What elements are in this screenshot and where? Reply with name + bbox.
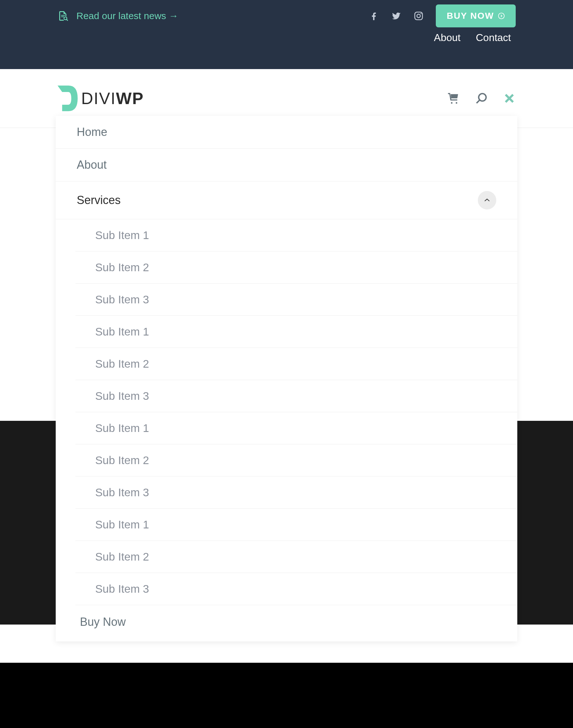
search-icon[interactable] bbox=[475, 92, 488, 105]
sub-item[interactable]: Sub Item 2 bbox=[75, 348, 517, 380]
menu-item-label: Buy Now bbox=[80, 615, 126, 629]
top-bar-row-2: About Contact bbox=[57, 32, 516, 44]
sub-item[interactable]: Sub Item 1 bbox=[75, 219, 517, 252]
sub-item[interactable]: Sub Item 1 bbox=[75, 509, 517, 541]
top-nav-contact[interactable]: Contact bbox=[476, 32, 511, 44]
chevron-up-icon bbox=[483, 198, 490, 202]
logo-mark-icon bbox=[56, 85, 79, 112]
menu-item-about[interactable]: About bbox=[56, 149, 517, 181]
svg-point-6 bbox=[479, 94, 486, 101]
svg-point-4 bbox=[420, 13, 421, 14]
svg-point-3 bbox=[417, 14, 420, 18]
top-bar: Read our latest news → BUY NOW bbox=[0, 0, 573, 69]
mobile-menu: Home About Services Sub Item 1 Sub Item … bbox=[56, 116, 517, 641]
svg-line-1 bbox=[66, 19, 68, 21]
sub-item[interactable]: Sub Item 1 bbox=[75, 316, 517, 348]
cart-icon[interactable] bbox=[447, 92, 460, 105]
buy-now-button-label: BUY NOW bbox=[447, 11, 494, 21]
menu-item-buy-now[interactable]: Buy Now bbox=[56, 605, 517, 641]
sub-item[interactable]: Sub Item 2 bbox=[75, 541, 517, 573]
logo-text-bold: WP bbox=[116, 89, 144, 108]
logo[interactable]: DIVIWP bbox=[56, 85, 144, 112]
menu-item-label: About bbox=[77, 158, 107, 171]
top-bar-right: BUY NOW bbox=[369, 4, 516, 28]
close-icon[interactable] bbox=[503, 92, 516, 105]
sub-item[interactable]: Sub Item 3 bbox=[75, 476, 517, 509]
svg-point-0 bbox=[64, 17, 67, 20]
menu-item-label: Services bbox=[77, 194, 121, 207]
arrow-circle-icon bbox=[498, 12, 505, 19]
collapse-toggle[interactable] bbox=[478, 191, 496, 209]
header-icons bbox=[447, 92, 516, 105]
buy-now-button[interactable]: BUY NOW bbox=[436, 4, 516, 28]
news-link[interactable]: Read our latest news → bbox=[76, 10, 178, 21]
top-bar-row-1: Read our latest news → BUY NOW bbox=[57, 0, 516, 32]
sub-item[interactable]: Sub Item 2 bbox=[75, 252, 517, 283]
menu-item-home[interactable]: Home bbox=[56, 116, 517, 149]
sub-item[interactable]: Sub Item 3 bbox=[75, 283, 517, 316]
menu-item-label: Home bbox=[77, 125, 107, 139]
menu-item-services[interactable]: Services bbox=[56, 181, 517, 219]
top-bar-left: Read our latest news → bbox=[57, 10, 178, 22]
sub-item[interactable]: Sub Item 1 bbox=[75, 412, 517, 445]
logo-text: DIVIWP bbox=[81, 89, 144, 108]
sub-menu-services: Sub Item 1 Sub Item 2 Sub Item 3 Sub Ite… bbox=[56, 219, 517, 605]
content-area: Home About Services Sub Item 1 Sub Item … bbox=[0, 128, 573, 728]
instagram-icon[interactable] bbox=[414, 11, 424, 21]
top-nav-about[interactable]: About bbox=[434, 32, 461, 44]
sub-item[interactable]: Sub Item 3 bbox=[75, 573, 517, 605]
svg-line-7 bbox=[476, 100, 480, 103]
sub-item[interactable]: Sub Item 3 bbox=[75, 380, 517, 412]
svg-point-5 bbox=[499, 13, 504, 19]
twitter-icon[interactable] bbox=[391, 11, 402, 21]
document-search-icon bbox=[57, 10, 69, 22]
dark-band-footer bbox=[0, 663, 573, 728]
sub-item[interactable]: Sub Item 2 bbox=[75, 445, 517, 476]
logo-text-light: DIVI bbox=[81, 89, 116, 108]
facebook-icon[interactable] bbox=[369, 11, 379, 21]
